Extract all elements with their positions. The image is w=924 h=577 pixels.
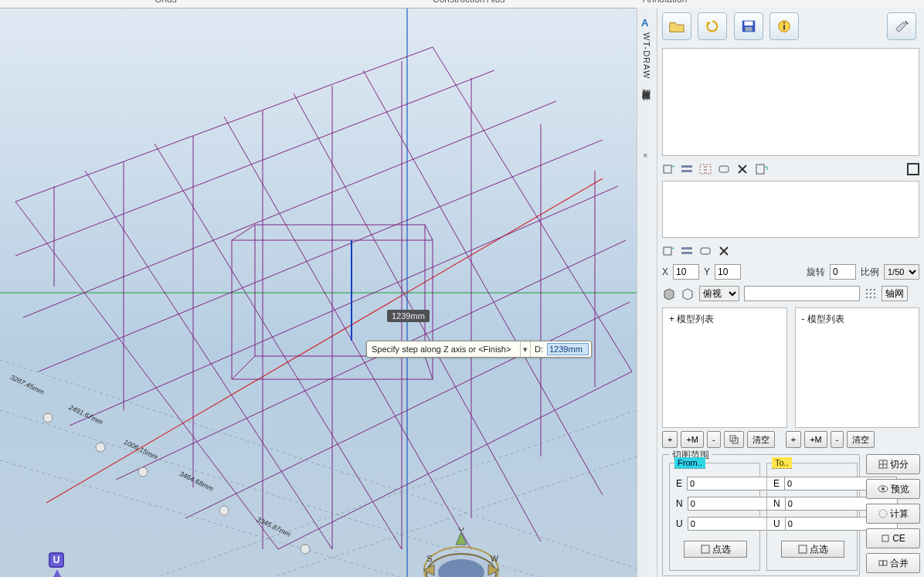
list1-tools: +	[662, 161, 919, 178]
view-compass[interactable]: U S W	[419, 528, 504, 577]
plus-m-button-2[interactable]: +M	[804, 431, 827, 448]
svg-point-82	[874, 289, 875, 290]
svg-rect-64	[681, 170, 692, 172]
plus-button-2[interactable]: +	[786, 431, 801, 448]
x-input[interactable]	[673, 264, 699, 280]
to-box: To.. E N U 点选	[766, 463, 858, 571]
tab-construction-aids[interactable]: Construction Aids	[433, 0, 504, 5]
svg-line-29	[232, 225, 255, 240]
layout2-icon[interactable]	[699, 163, 713, 175]
tag-icon[interactable]	[718, 163, 732, 175]
model-list-plus[interactable]: + 模型列表	[662, 307, 787, 428]
layout1-icon[interactable]	[681, 245, 695, 257]
middle-list[interactable]	[662, 181, 919, 238]
minus-button[interactable]: -	[707, 431, 721, 448]
box-shaded-icon[interactable]	[662, 287, 676, 300]
minus-button-2[interactable]: -	[831, 431, 844, 448]
svg-line-13	[155, 144, 402, 549]
up-arrow-icon	[53, 569, 61, 577]
preview-button[interactable]: 预览	[866, 479, 920, 499]
cut-button[interactable]: 切分	[866, 454, 920, 474]
panel-toolbar	[662, 12, 919, 43]
close-icon[interactable]: ×	[643, 151, 647, 160]
d-input[interactable]	[547, 343, 589, 355]
tag-icon[interactable]	[699, 245, 713, 257]
pin-button[interactable]	[887, 12, 916, 40]
svg-text:S: S	[426, 554, 432, 563]
ce-button[interactable]: CE	[866, 528, 920, 548]
right-panel: + + X Y 旋转 比例 1/50 俯视 轴网 + 模型列表 - 模型列表	[657, 8, 924, 577]
clear-button[interactable]: 清空	[747, 431, 775, 448]
from-tag[interactable]: From..	[674, 457, 705, 469]
side-tab-bar[interactable]: A WT-DRAW 智能出图软件 ×	[637, 8, 657, 577]
delete-icon[interactable]	[718, 245, 732, 257]
svg-rect-73	[681, 247, 692, 249]
svg-point-40	[96, 443, 105, 452]
view-name-box[interactable]	[744, 286, 860, 301]
command-prompt-bar[interactable]: Specify step along Z axis or <Finish> ▾ …	[366, 341, 592, 358]
svg-line-5	[23, 101, 556, 317]
stop-icon[interactable]	[907, 163, 919, 175]
box-wire-icon[interactable]	[681, 287, 695, 300]
rotate-input[interactable]	[830, 264, 856, 280]
svg-point-87	[870, 297, 871, 298]
svg-line-31	[232, 356, 255, 379]
u-icon: U	[49, 552, 64, 568]
svg-line-7	[70, 186, 618, 426]
plus-m-button[interactable]: +M	[681, 431, 704, 448]
model-list-minus[interactable]: - 模型列表	[795, 307, 920, 428]
add-cube-icon[interactable]: +	[662, 245, 676, 257]
svg-rect-75	[701, 248, 710, 254]
open-button[interactable]	[662, 12, 691, 40]
upper-list[interactable]	[662, 48, 919, 156]
axis-grid-button[interactable]: 轴网	[882, 286, 908, 301]
refresh-button[interactable]	[698, 12, 727, 40]
svg-line-17	[433, 47, 632, 372]
svg-line-14	[224, 117, 471, 549]
model-lists: + 模型列表 - 模型列表	[662, 307, 919, 428]
tab-grids[interactable]: Grids	[155, 0, 177, 5]
svg-point-97	[882, 487, 885, 490]
viewport-3d[interactable]: 3287.45mm 2491.67mm 1006.15mm 3464.68mm …	[0, 8, 637, 577]
wireframe-model	[0, 8, 637, 577]
svg-point-84	[870, 293, 871, 294]
export-icon[interactable]	[755, 163, 769, 175]
layout1-icon[interactable]	[681, 163, 695, 175]
svg-rect-58	[783, 25, 785, 29]
svg-rect-55	[744, 22, 752, 25]
prompt-dropdown-icon[interactable]: ▾	[520, 341, 531, 357]
svg-point-39	[43, 413, 53, 423]
copy-button[interactable]	[724, 431, 744, 448]
aveva-logo-icon: A	[641, 17, 648, 29]
svg-point-85	[874, 293, 875, 294]
svg-point-98	[879, 510, 887, 518]
tab-annotation[interactable]: Annotation	[643, 0, 687, 5]
d-label: D:	[531, 345, 547, 354]
to-tag[interactable]: To..	[772, 457, 792, 469]
svg-point-81	[870, 289, 871, 290]
svg-text:+: +	[671, 163, 675, 170]
clear-button-2[interactable]: 清空	[847, 431, 875, 448]
to-pick-button[interactable]: 点选	[781, 541, 844, 558]
grid-dots-icon[interactable]	[865, 287, 877, 300]
merge-button[interactable]: 合并	[866, 553, 920, 573]
delete-icon[interactable]	[736, 163, 750, 175]
plus-button[interactable]: +	[662, 431, 678, 448]
xy-row: X Y 旋转 比例 1/50	[662, 263, 919, 281]
save-button[interactable]	[734, 12, 763, 40]
u-label: U	[773, 518, 780, 529]
svg-rect-101	[883, 561, 887, 565]
svg-line-16	[363, 70, 603, 495]
svg-rect-67	[719, 166, 729, 172]
svg-marker-47	[456, 532, 467, 545]
svg-text:+: +	[671, 245, 675, 252]
from-pick-button[interactable]: 点选	[684, 541, 747, 558]
view-select[interactable]: 俯视	[699, 286, 739, 301]
info-button[interactable]	[769, 12, 799, 40]
calc-button[interactable]: 计算	[866, 504, 920, 524]
svg-point-83	[866, 293, 868, 294]
scale-select[interactable]: 1/50	[884, 264, 919, 280]
add-cube-icon[interactable]: +	[662, 163, 676, 175]
y-input[interactable]	[715, 264, 741, 280]
svg-rect-65	[700, 165, 705, 174]
